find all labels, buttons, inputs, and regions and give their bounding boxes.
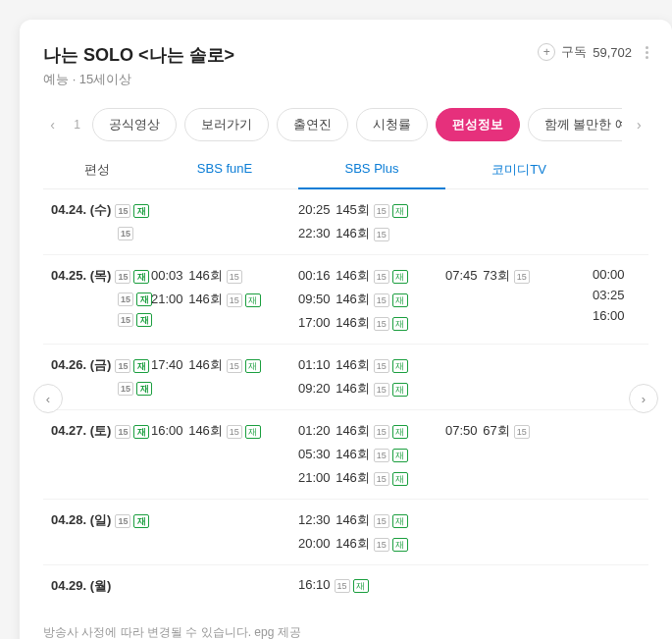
episode: 146회: [333, 536, 370, 551]
time: 22:30: [298, 226, 331, 240]
date-cell: 04.25. (목)15재15재15재: [43, 267, 151, 332]
rerun-badge: 재: [245, 293, 261, 307]
table-row: 04.28. (일)15재12:30 146회15재20:00 146회15재: [43, 500, 648, 565]
time: 07:45: [445, 268, 478, 283]
tab-5[interactable]: 함께 볼만한 예: [528, 108, 622, 141]
date-cell: 04.29. (월): [43, 577, 151, 595]
episode: 146회: [185, 357, 223, 372]
date-cell: 04.24. (수)15재15: [43, 201, 151, 242]
age15-badge: 15: [118, 227, 133, 240]
schedule-entry: 01:20 146회15재: [298, 422, 445, 440]
rerun-badge: 재: [392, 359, 408, 373]
rerun-badge: 재: [245, 425, 261, 439]
time: 00:16: [298, 268, 331, 283]
age15-badge: 15: [115, 359, 130, 373]
time: 09:20: [298, 381, 331, 396]
channel-cell: 12:30 146회15재20:00 146회15재: [298, 511, 445, 553]
header: 나는 SOLO <나는 솔로> 예능 15세이상 + 구독 59,702: [43, 43, 648, 88]
rerun-badge: 재: [133, 204, 149, 218]
schedule-entry: 21:00 146회15재: [298, 469, 445, 487]
table-row: 04.25. (목)15재15재15재00:03 146회1521:00 146…: [43, 255, 648, 345]
age15-badge: 15: [227, 425, 242, 439]
tab-0[interactable]: 공식영상: [92, 108, 177, 141]
subscribe-block[interactable]: + 구독 59,702: [538, 43, 648, 61]
overflow-cell: [593, 511, 642, 553]
schedule-entry: 16:00 146회15재: [151, 422, 298, 440]
schedule-next-button[interactable]: ›: [629, 384, 658, 413]
channel-cell: 01:10 146회15재09:20 146회15재: [298, 356, 445, 398]
age15-badge: 15: [227, 359, 242, 373]
time: 03:25: [593, 288, 642, 302]
overflow-cell: [593, 201, 642, 242]
time: 17:00: [298, 315, 331, 330]
channel-cell: [445, 511, 593, 553]
age15-badge: 15: [374, 472, 389, 486]
table-row: 04.29. (월)16:1015재: [43, 565, 648, 607]
tabs-prev-button[interactable]: ‹: [43, 111, 62, 138]
table-header: 편성SBS funESBS Plus코미디TV: [43, 161, 648, 189]
age15-badge: 15: [374, 383, 389, 397]
schedule-entry: 20:25 145회15재: [298, 201, 445, 219]
episode: 73회: [480, 268, 510, 283]
channel-cell: [151, 511, 298, 553]
page-indicator: 1: [70, 118, 84, 132]
rerun-badge: 재: [392, 514, 408, 528]
episode: 146회: [185, 423, 223, 438]
age15-badge: 15: [514, 425, 530, 439]
rerun-badge: 재: [136, 382, 152, 396]
col-header-channel[interactable]: SBS Plus: [298, 161, 445, 189]
overflow-cell: [593, 577, 642, 595]
title-block: 나는 SOLO <나는 솔로> 예능 15세이상: [43, 43, 234, 88]
rerun-badge: 재: [245, 359, 261, 373]
age15-badge: 15: [374, 359, 389, 373]
rerun-badge: 재: [133, 270, 149, 284]
age15-badge: 15: [115, 514, 130, 528]
channel-cell: 00:03 146회1521:00 146회15재: [151, 267, 298, 332]
schedule-entry: 17:40 146회15재: [151, 356, 298, 374]
tab-4[interactable]: 편성정보: [436, 108, 520, 141]
time: 01:10: [298, 357, 331, 372]
time: 12:30: [298, 512, 331, 527]
rerun-badge: 재: [392, 317, 408, 331]
time: 01:20: [298, 423, 331, 438]
age15-badge: 15: [227, 270, 242, 284]
col-header-channel[interactable]: 코미디TV: [445, 161, 593, 179]
col-header-date: 편성: [43, 161, 151, 179]
channel-cell: 07:45 73회15: [445, 267, 593, 332]
time: 20:25: [298, 202, 331, 217]
time: 07:50: [445, 423, 478, 438]
date-cell: 04.27. (토)15재: [43, 422, 151, 487]
episode: 145회: [333, 202, 370, 217]
table-row: 04.26. (금)15재15재17:40 146회15재01:10 146회1…: [43, 345, 648, 410]
channel-cell: 17:40 146회15재: [151, 356, 298, 398]
date-cell: 04.28. (일)15재: [43, 511, 151, 553]
schedule-entry: 07:45 73회15: [445, 267, 593, 285]
episode: 146회: [333, 470, 370, 485]
time: 16:10: [298, 577, 331, 592]
time: 09:50: [298, 292, 331, 306]
program-card: 나는 SOLO <나는 솔로> 예능 15세이상 + 구독 59,702 ‹ 1…: [20, 20, 672, 639]
episode: 67회: [480, 423, 510, 438]
age15-badge: 15: [374, 514, 389, 528]
more-icon[interactable]: [646, 46, 648, 59]
time: 00:00: [593, 267, 642, 282]
tab-2[interactable]: 출연진: [277, 108, 348, 141]
episode: 146회: [333, 512, 370, 527]
time: 05:30: [298, 447, 331, 461]
tabs: ‹ 1 공식영상보러가기출연진시청률편성정보함께 볼만한 예 ›: [43, 108, 648, 141]
age15-badge: 15: [118, 293, 133, 306]
episode: 146회: [333, 226, 370, 240]
channel-cell: 07:50 67회15: [445, 422, 593, 487]
channel-cell: 16:00 146회15재: [151, 422, 298, 487]
tabs-next-button[interactable]: ›: [630, 111, 648, 138]
tab-3[interactable]: 시청률: [356, 108, 428, 141]
col-header-channel[interactable]: SBS funE: [151, 161, 298, 179]
schedule-entry: 16:1015재: [298, 577, 445, 593]
program-title: 나는 SOLO <나는 솔로>: [43, 43, 234, 67]
schedule-prev-button[interactable]: ‹: [33, 384, 63, 413]
age15-badge: 15: [374, 293, 389, 307]
tab-1[interactable]: 보러가기: [184, 108, 269, 141]
age15-badge: 15: [374, 317, 389, 331]
subscribe-count: 59,702: [593, 45, 632, 60]
schedule-entry: 12:30 146회15재: [298, 511, 445, 529]
